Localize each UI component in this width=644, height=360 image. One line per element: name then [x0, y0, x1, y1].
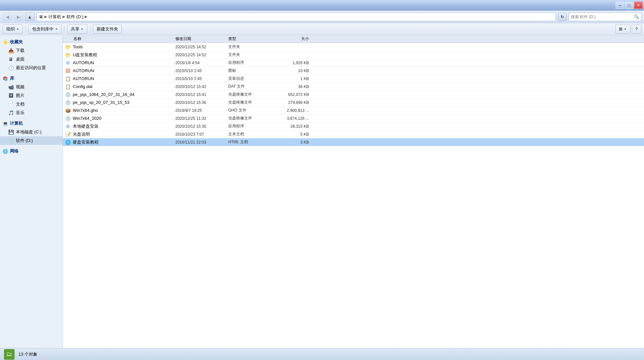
file-date: 2019/9/7 19:25 [175, 108, 228, 113]
file-name-cell: 📁 Tools [63, 44, 175, 50]
sidebar: ⭐ 收藏夹 📥 下载 🖥 桌面 🕐 最近访问的位置 📚 库 [0, 35, 63, 348]
recent-label: 最近访问的位置 [16, 65, 46, 71]
sidebar-item-desktop[interactable]: 🖥 桌面 [0, 55, 63, 64]
share-button[interactable]: 共享 ▼ [67, 24, 87, 34]
sidebar-item-video[interactable]: 📹 视频 [0, 83, 63, 91]
table-row[interactable]: 🌐 硬盘安装教程 2016/11/21 22:03 HTML 文档 3 KB [63, 138, 644, 146]
status-count: 13 个对象 [19, 351, 37, 357]
file-name: Win7x64.gho [73, 108, 98, 113]
table-row[interactable]: ⚙ 本地硬盘安装 2020/10/12 15:30 应用程序 28,315 KB [63, 122, 644, 130]
recent-icon: 🕐 [8, 65, 14, 71]
file-name-cell: 📝 光盘说明 [63, 131, 175, 137]
file-name-cell: ⚙ AUTORUN [63, 60, 175, 66]
minimize-button[interactable]: ─ [616, 2, 624, 9]
col-header-name[interactable]: 名称 [63, 36, 175, 42]
table-row[interactable]: 💿 pe_yqs_1064_20_07_31_16_04 2020/10/12 … [63, 91, 644, 99]
table-row[interactable]: ⚙ AUTORUN 2016/1/8 4:54 应用程序 1,926 KB [63, 59, 644, 67]
file-type: 文本文档 [228, 131, 275, 137]
file-size: 36 KB [275, 84, 314, 89]
sidebar-computer-header[interactable]: 💻 计算机 [0, 119, 63, 128]
file-icon: 📝 [65, 131, 71, 137]
pictures-label: 图片 [16, 93, 24, 99]
toolbar-separator-3 [90, 25, 90, 33]
main-area: ⭐ 收藏夹 📥 下载 🖥 桌面 🕐 最近访问的位置 📚 库 [0, 35, 644, 348]
close-button[interactable]: ✕ [634, 2, 643, 9]
file-size: 2,900,813 ... [275, 108, 314, 113]
file-date: 2020/12/25 14:52 [175, 45, 228, 49]
table-row[interactable]: 📋 Config.dat 2020/10/12 15:42 DAT 文件 36 … [63, 83, 644, 91]
table-row[interactable]: 📦 Win7x64.gho 2019/9/7 19:25 GHO 文件 2,90… [63, 107, 644, 114]
file-icon: 📦 [65, 108, 71, 113]
organize-button[interactable]: 组织 ▼ [3, 24, 23, 34]
file-list-area: 名称 修改日期 类型 大小 📁 Tools 2020/12/25 14:52 文… [63, 35, 644, 348]
table-row[interactable]: 📝 光盘说明 2016/10/23 7:07 文本文档 5 KB [63, 130, 644, 138]
drive-c-icon: 💾 [8, 129, 14, 135]
file-name: U盘安装教程 [73, 52, 97, 58]
music-icon: 🎵 [8, 110, 14, 116]
file-size: 10 KB [275, 68, 314, 73]
file-date: 2016/10/23 7:07 [175, 132, 228, 137]
file-icon: ⚙ [65, 60, 71, 66]
sidebar-item-downloads[interactable]: 📥 下载 [0, 46, 63, 55]
path-computer-label[interactable]: 计算机 [48, 14, 61, 20]
col-header-type[interactable]: 类型 [228, 36, 275, 42]
file-icon: 📁 [65, 44, 71, 50]
file-icon: 📁 [65, 52, 71, 58]
organize-label: 组织 [6, 26, 15, 32]
forward-button[interactable]: ▶ [14, 13, 23, 21]
table-row[interactable]: 📁 Tools 2020/12/25 14:52 文件夹 [63, 43, 644, 51]
file-name: Tools [73, 44, 83, 49]
pictures-icon: 🖼 [8, 93, 14, 99]
sidebar-section-network: 🌐 网络 [0, 147, 63, 156]
include-in-library-button[interactable]: 包含到库中 ▼ [28, 24, 62, 34]
table-row[interactable]: 📋 AUTORUN 2015/5/10 2:45 安装信息 1 KB [63, 75, 644, 83]
sidebar-item-recent[interactable]: 🕐 最近访问的位置 [0, 64, 63, 72]
drive-d-label: 软件 (D:) [16, 138, 33, 144]
table-row[interactable]: 🖼 AUTORUN 2015/5/10 2:45 图标 10 KB [63, 67, 644, 75]
search-box[interactable]: 🔍 [569, 13, 641, 21]
file-type: 应用程序 [228, 60, 275, 66]
col-header-date[interactable]: 修改日期 [175, 36, 228, 42]
table-row[interactable]: 💿 Win7x64_2020 2020/12/25 11:32 光盘映像文件 3… [63, 114, 644, 122]
file-size: 652,072 KB [275, 92, 314, 97]
sidebar-item-documents[interactable]: 📄 文档 [0, 100, 63, 109]
file-name: 硬盘安装教程 [73, 139, 99, 145]
sidebar-favorites-header[interactable]: ⭐ 收藏夹 [0, 38, 63, 46]
file-name: AUTORUN [73, 60, 94, 65]
path-drive[interactable]: 软件 (D:) [66, 14, 83, 20]
sidebar-item-drive-d[interactable]: 💿 软件 (D:) [0, 136, 63, 145]
toolbar: 组织 ▼ 包含到库中 ▼ 共享 ▼ 新建文件夹 ⊞ ▼ ? [0, 23, 644, 35]
file-size: 1 KB [275, 76, 314, 81]
back-button[interactable]: ◀ [3, 13, 12, 21]
file-size: 5 KB [275, 132, 314, 137]
file-type: 安装信息 [228, 76, 275, 81]
file-type: GHO 文件 [228, 108, 275, 113]
address-path[interactable]: 🖥 ▶ 下载 计算机 ▶ 软件 (D:) ▶ [36, 13, 556, 21]
file-type: 光盘映像文件 [228, 92, 275, 97]
music-label: 音乐 [16, 110, 24, 116]
views-button[interactable]: ⊞ ▼ [615, 24, 630, 34]
sidebar-network-header[interactable]: 🌐 网络 [0, 147, 63, 156]
file-date: 2020/12/25 14:52 [175, 53, 228, 57]
views-icon: ⊞ [619, 26, 623, 31]
sidebar-item-pictures[interactable]: 🖼 图片 [0, 91, 63, 100]
table-row[interactable]: 💿 pe_yqs_xp_20_07_31_15_53 2020/10/12 15… [63, 99, 644, 107]
refresh-button[interactable]: ↻ [558, 13, 567, 21]
col-header-size[interactable]: 大小 [275, 36, 314, 42]
toolbar-right: ⊞ ▼ ? [615, 24, 641, 34]
sidebar-item-drive-c[interactable]: 💾 本地磁盘 (C:) [0, 128, 63, 136]
file-size: 279,696 KB [275, 100, 314, 105]
sidebar-library-header[interactable]: 📚 库 [0, 74, 63, 83]
table-row[interactable]: 📁 U盘安装教程 2020/12/25 14:52 文件夹 [63, 51, 644, 59]
file-date: 2015/5/10 2:45 [175, 76, 228, 81]
file-icon: 📋 [65, 84, 71, 90]
new-folder-button[interactable]: 新建文件夹 [93, 24, 122, 34]
up-button[interactable]: ▲ [25, 13, 34, 21]
help-button[interactable]: ? [632, 24, 641, 34]
search-input[interactable] [571, 15, 632, 19]
maximize-button[interactable]: □ [625, 2, 633, 9]
sidebar-item-music[interactable]: 🎵 音乐 [0, 109, 63, 117]
favorites-label: 收藏夹 [10, 39, 23, 45]
file-name-cell: 📋 AUTORUN [63, 76, 175, 82]
file-name-cell: 🖼 AUTORUN [63, 68, 175, 74]
